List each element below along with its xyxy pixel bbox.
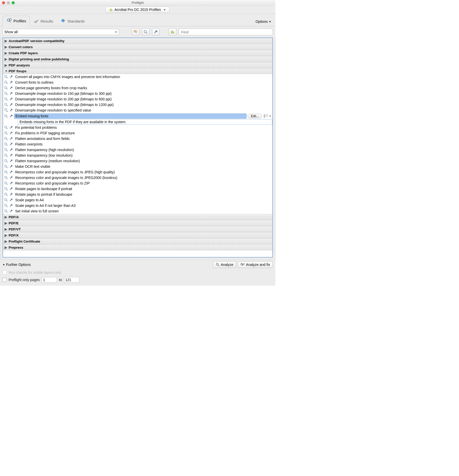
profile-item[interactable]: Downsample image resolution to 150 ppi (… [3, 91, 272, 96]
bars-icon [109, 8, 113, 11]
profile-item[interactable]: Flatten transparency (high resolution) [3, 147, 272, 153]
profile-item-label: Downsample image resolution to 200 ppi (… [14, 97, 271, 101]
group-name: Create PDF layers [9, 51, 38, 55]
chevron-right-icon: ▶ [5, 39, 7, 43]
group-header[interactable]: ▶Create PDF layers [3, 50, 272, 56]
svg-line-43 [7, 156, 8, 157]
tab-profiles[interactable]: Profiles [3, 16, 30, 26]
wrench-icon [9, 159, 13, 163]
flag-icon[interactable] [264, 114, 268, 118]
group-name: PDF/A [9, 215, 19, 219]
profile-item[interactable]: Flatten annotations and form fields [3, 136, 272, 141]
magnifier-icon [216, 263, 220, 267]
profile-item[interactable]: Recompress color and grayscale images to… [3, 175, 272, 180]
chevron-down-icon[interactable]: ▼ [269, 115, 271, 117]
group-header[interactable]: ▶PDF analysis [3, 62, 272, 68]
svg-point-42 [5, 154, 7, 156]
further-options-toggle[interactable]: ▼ Further Options [3, 263, 31, 267]
chevron-right-icon: ▶ [5, 227, 7, 231]
profile-item-label: Flatten transparency (high resolution) [14, 148, 271, 152]
profile-item[interactable]: Derive page geometry boxes from crop mar… [3, 85, 272, 91]
profile-item[interactable]: Downsample image resolution to 350 ppi (… [3, 102, 272, 107]
profile-item[interactable]: Recompress color and grayscale images to… [3, 180, 272, 186]
svg-point-18 [5, 87, 7, 89]
svg-line-31 [7, 117, 8, 118]
analyze-button[interactable]: Analyze [213, 261, 236, 268]
profile-item[interactable]: Embed missing fontsEdit...▼ [3, 113, 272, 119]
profile-item[interactable]: Set initial view to full screen [3, 208, 272, 214]
group-header[interactable]: ▶PDF/A [3, 214, 272, 220]
profiles-tree[interactable]: ▶Acrobat/PDF version compatibility▶Conve… [3, 38, 273, 258]
wrench-icon [9, 114, 13, 118]
window-title: Preflight [0, 1, 275, 5]
group-header[interactable]: ▶Prepress [3, 244, 272, 250]
chevron-down-icon: ▼ [3, 263, 5, 266]
group-header[interactable]: ▶Digital printing and online publishing [3, 56, 272, 62]
profile-item-label: Convert fonts to outlines [14, 80, 271, 85]
group-header[interactable]: ▶PDF/E [3, 220, 272, 226]
find-input[interactable] [179, 29, 273, 35]
page-to-input[interactable] [64, 277, 79, 283]
tab-standards[interactable]: Standards [57, 16, 88, 26]
profile-item[interactable]: Rotate pages to portrait if landscape [3, 192, 272, 197]
group-header[interactable]: ▶PDF/X [3, 232, 272, 238]
svg-point-9 [144, 30, 146, 33]
options-menu[interactable]: Options ▼ [254, 17, 273, 26]
tab-profiles-label: Profiles [13, 19, 26, 23]
preflight-pages-checkbox[interactable] [3, 278, 7, 282]
chevron-right-icon: ▶ [5, 239, 7, 243]
svg-point-60 [5, 204, 7, 206]
group-header[interactable]: ▶Convert colors [3, 44, 272, 50]
svg-line-51 [7, 178, 8, 179]
group-name: PDF analysis [9, 63, 30, 67]
svg-point-34 [5, 132, 7, 134]
profiles-library-dropdown[interactable]: Acrobat Pro DC 2015 Profiles ▼ [106, 7, 170, 13]
libraries-button[interactable] [169, 28, 176, 35]
profile-item[interactable]: Convert all pages into CMYK images and p… [3, 74, 272, 80]
svg-point-3 [7, 19, 10, 21]
view-profiles-button[interactable] [132, 28, 139, 35]
wrench-icon [9, 170, 13, 174]
profile-item[interactable]: Downsample image resolution to 200 ppi (… [3, 96, 272, 102]
profile-item[interactable]: Fix problems in PDF tagging structure [3, 130, 272, 136]
magnifier-icon [4, 164, 8, 169]
profile-item[interactable]: Make OCR text visible [3, 164, 272, 169]
group-name: Acrobat/PDF version compatibility [9, 39, 65, 43]
analyze-and-fix-button[interactable]: Analyze and fix [238, 261, 273, 268]
profile-item[interactable]: Recompress color and grayscale images to… [3, 169, 272, 175]
group-header[interactable]: ▶PDF/VT [3, 226, 272, 232]
profile-item[interactable]: Scale pages to A4 [3, 197, 272, 203]
view-checks-button[interactable] [142, 28, 149, 35]
profile-item[interactable]: Flatten transparency (medium resolution) [3, 158, 272, 164]
view-fixups-button[interactable] [152, 28, 160, 35]
svg-line-61 [7, 206, 8, 207]
profile-item-label: Flatten transparency (low resolution) [14, 153, 271, 158]
profile-item[interactable]: Rotate pages to landscape if portrait [3, 186, 272, 192]
group-header[interactable]: ▼PDF fixups [3, 68, 272, 74]
profile-item[interactable]: Flatten transparency (low resolution) [3, 153, 272, 158]
profile-item-label: Recompress color and grayscale images to… [14, 170, 271, 174]
profile-item[interactable]: Fix potential font problems [3, 125, 272, 130]
chevron-right-icon: ▶ [5, 63, 7, 67]
profile-item-label: Downsample image resolution to 350 ppi (… [14, 102, 271, 107]
filter-dropdown[interactable]: Show all ▼ [3, 29, 119, 35]
chevron-right-icon: ▶ [5, 215, 7, 219]
svg-line-37 [7, 139, 8, 140]
page-from-input[interactable] [42, 277, 57, 283]
profile-item-label: Rotate pages to landscape if portrait [14, 187, 271, 191]
profile-item-label: Flatten annotations and form fields [14, 136, 271, 141]
magnifier-icon [143, 30, 148, 34]
group-header[interactable]: ▶Preflight Certificate [3, 238, 272, 244]
tab-results[interactable]: Results [30, 16, 57, 26]
group-header[interactable]: ▶Acrobat/PDF version compatibility [3, 38, 272, 44]
profile-item[interactable]: Convert fonts to outlines [3, 80, 272, 85]
svg-line-47 [7, 167, 8, 168]
edit-button[interactable]: Edit... [247, 114, 262, 118]
magnifier-wrench-icon [240, 263, 245, 267]
further-options-label: Further Options [6, 263, 31, 267]
profile-item[interactable]: Flatten overprints [3, 141, 272, 147]
svg-point-52 [5, 182, 7, 184]
svg-point-7 [134, 30, 136, 32]
profile-item[interactable]: Downsample image resolution to specified… [3, 107, 272, 113]
profile-item[interactable]: Scale pages to A4 if not larger than A3 [3, 203, 272, 208]
